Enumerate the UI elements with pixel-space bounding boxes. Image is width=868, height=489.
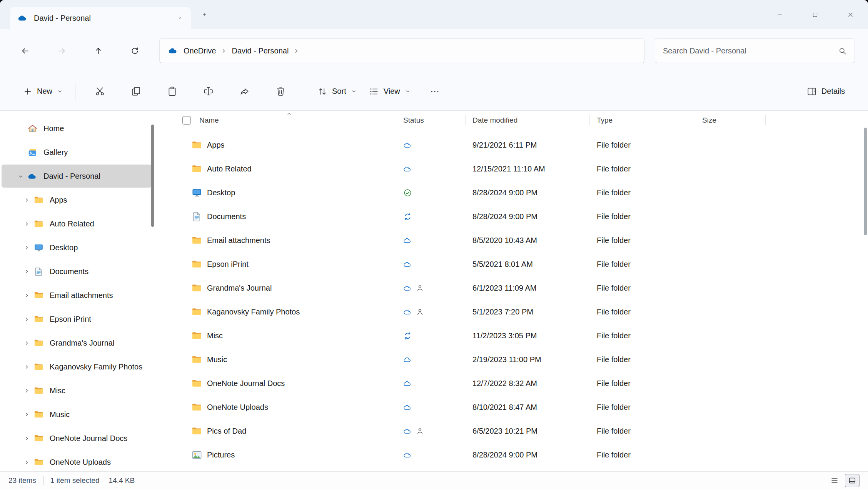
chevron-right-icon[interactable] — [19, 459, 34, 466]
gallery-icon — [28, 148, 37, 157]
breadcrumb-item-onedrive[interactable]: OneDrive — [180, 44, 219, 58]
details-button[interactable]: Details — [801, 79, 851, 104]
sidebar-item-home[interactable]: Home — [2, 117, 152, 140]
sidebar-item-apps[interactable]: Apps — [2, 188, 152, 211]
status-bar: 23 items 1 item selected 14.4 KB — [0, 471, 868, 489]
column-header-size[interactable]: Size — [695, 111, 766, 130]
status-divider — [43, 476, 43, 485]
chevron-right-icon[interactable] — [220, 48, 227, 54]
tab-close-icon[interactable] — [177, 15, 183, 22]
share-button[interactable] — [232, 79, 257, 104]
chevron-right-icon[interactable] — [19, 340, 34, 346]
search-input[interactable] — [663, 47, 833, 55]
file-name-cell: Desktop — [164, 188, 396, 198]
view-button[interactable]: View — [363, 79, 417, 104]
sidebar-item-email-attachments[interactable]: Email attachments — [2, 284, 152, 307]
table-row[interactable]: OneNote Journal Docs12/7/2022 8:32 AMFil… — [164, 371, 868, 395]
sidebar-item-label: Email attachments — [50, 291, 113, 300]
table-row[interactable]: Pictures8/28/2024 9:00 PMFile folder — [164, 443, 868, 467]
chevron-right-icon[interactable] — [293, 48, 300, 54]
sidebar-item-auto-related[interactable]: Auto Related — [2, 212, 152, 235]
table-row[interactable]: Grandma's Journal6/1/2023 11:09 AMFile f… — [164, 276, 868, 300]
chevron-right-icon[interactable] — [19, 435, 34, 442]
new-tab-button[interactable] — [200, 10, 209, 19]
table-row[interactable]: Documents8/28/2024 9:00 PMFile folder — [164, 205, 868, 228]
new-button[interactable]: New — [17, 79, 69, 104]
sidebar-item-epson-iprint[interactable]: Epson iPrint — [2, 308, 152, 331]
folder-file-icon — [192, 307, 202, 317]
up-button[interactable] — [86, 39, 110, 63]
chevron-right-icon[interactable] — [19, 411, 34, 418]
sidebar-item-misc[interactable]: Misc — [2, 379, 152, 402]
chevron-right-icon[interactable] — [19, 197, 34, 203]
breadcrumb-item-david-personal[interactable]: David - Personal — [229, 44, 292, 58]
cut-button[interactable] — [87, 79, 112, 104]
sidebar-item-grandma-s-journal[interactable]: Grandma's Journal — [2, 331, 152, 354]
back-button[interactable] — [13, 39, 37, 63]
copy-button[interactable] — [124, 79, 148, 104]
chevron-right-icon[interactable] — [19, 221, 34, 227]
sidebar-item-music[interactable]: Music — [2, 403, 152, 426]
sidebar-item-onenote-journal-docs[interactable]: OneNote Journal Docs — [2, 427, 152, 450]
file-list: Apps9/21/2021 6:11 PMFile folderAuto Rel… — [164, 130, 868, 467]
explorer-tab[interactable]: David - Personal — [10, 7, 191, 29]
chevron-right-icon[interactable] — [19, 268, 34, 275]
table-row[interactable]: Desktop8/28/2024 9:00 PMFile folder — [164, 181, 868, 205]
back-icon — [21, 47, 30, 55]
column-header-date-modified[interactable]: Date modified — [466, 111, 590, 130]
search-icon — [838, 47, 847, 55]
chevron-down-icon[interactable] — [13, 173, 28, 180]
table-row[interactable]: Kaganovsky Family Photos5/1/2023 7:20 PM… — [164, 300, 868, 324]
table-row[interactable]: Misc11/2/2023 3:05 PMFile folder — [164, 324, 868, 348]
table-row[interactable]: Pics of Dad6/5/2023 10:21 PMFile folder — [164, 419, 868, 443]
table-row[interactable]: Auto Related12/15/2021 11:10 AMFile fold… — [164, 157, 868, 181]
grid-view-icon — [848, 476, 856, 485]
type-cell: File folder — [590, 165, 695, 173]
maximize-button[interactable] — [797, 0, 833, 29]
search-box[interactable] — [655, 38, 855, 63]
table-row[interactable]: Music2/19/2023 11:00 PMFile folder — [164, 348, 868, 371]
cloud-status-icon — [403, 260, 412, 269]
large-icons-view-toggle[interactable] — [845, 474, 860, 487]
table-row[interactable]: Epson iPrint5/5/2021 8:01 AMFile folder — [164, 252, 868, 276]
table-row[interactable]: Apps9/21/2021 6:11 PMFile folder — [164, 133, 868, 157]
chevron-right-icon[interactable] — [19, 292, 34, 299]
more-options-button[interactable] — [422, 79, 447, 104]
column-header-type[interactable]: Type — [590, 111, 695, 130]
table-row[interactable]: OneNote Uploads8/10/2021 8:47 AMFile fol… — [164, 395, 868, 419]
paste-button[interactable] — [160, 79, 184, 104]
sidebar-item-label: Apps — [50, 196, 67, 205]
chevron-right-icon[interactable] — [19, 388, 34, 394]
rename-button[interactable] — [196, 79, 220, 104]
minimize-button[interactable] — [762, 0, 797, 29]
details-view-toggle[interactable] — [827, 474, 842, 487]
sidebar-item-kaganovsky-family-photos[interactable]: Kaganovsky Family Photos — [2, 355, 152, 378]
address-bar[interactable]: OneDriveDavid - Personal — [159, 38, 645, 63]
folder-icon — [34, 291, 43, 300]
close-button[interactable] — [833, 0, 868, 29]
sidebar-item-label: OneNote Uploads — [50, 458, 111, 467]
scrollbar[interactable] — [864, 128, 867, 235]
sidebar-item-onenote-uploads[interactable]: OneNote Uploads — [2, 451, 152, 471]
sidebar-item-david-personal[interactable]: David - Personal — [2, 165, 152, 188]
chevron-right-icon[interactable] — [19, 316, 34, 323]
sidebar-item-gallery[interactable]: Gallery — [2, 141, 152, 164]
select-all-checkbox[interactable] — [182, 116, 191, 125]
sidebar-item-documents[interactable]: Documents — [2, 260, 152, 283]
sidebar-item-desktop[interactable]: Desktop — [2, 236, 152, 259]
refresh-button[interactable] — [123, 39, 147, 63]
type-cell: File folder — [590, 212, 695, 221]
folder-icon — [34, 338, 43, 348]
column-header-name[interactable]: Name — [164, 111, 396, 130]
sidebar-scrollbar[interactable] — [151, 125, 154, 227]
shared-status-icon — [416, 308, 424, 316]
chevron-right-icon[interactable] — [19, 244, 34, 251]
status-cell — [396, 451, 466, 459]
chevron-right-icon[interactable] — [19, 364, 34, 370]
sort-button[interactable]: Sort — [311, 79, 363, 104]
file-name: Pictures — [207, 451, 235, 459]
forward-button[interactable] — [50, 39, 73, 63]
table-row[interactable]: Email attachments8/5/2020 10:43 AMFile f… — [164, 228, 868, 252]
delete-button[interactable] — [268, 79, 293, 104]
column-header-status[interactable]: Status — [396, 111, 466, 130]
